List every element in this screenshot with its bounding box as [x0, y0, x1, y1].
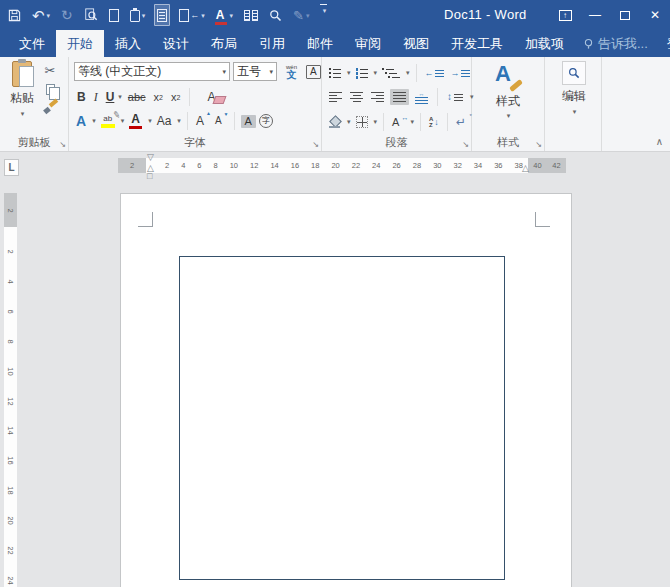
font-size-dropdown-icon[interactable]: ▾: [269, 68, 273, 76]
borders-icon[interactable]: [354, 115, 370, 129]
shading-dropdown-icon[interactable]: ▾: [347, 118, 351, 126]
increase-indent-icon[interactable]: →: [449, 68, 472, 79]
bold-button[interactable]: B: [75, 90, 88, 104]
italic-button[interactable]: I: [92, 90, 100, 104]
sign-in-button[interactable]: 登录: [656, 30, 670, 57]
asian-layout-icon[interactable]: A↔: [390, 116, 406, 129]
maximize-button[interactable]: [610, 0, 640, 30]
reading-view-icon-active[interactable]: [154, 4, 170, 26]
shrink-font-icon[interactable]: A▼: [213, 115, 228, 127]
font-color-dropdown-icon[interactable]: ▾: [148, 117, 152, 125]
align-center-icon[interactable]: [348, 91, 365, 103]
first-line-indent-marker[interactable]: ▽: [147, 153, 154, 162]
minimize-button[interactable]: —: [580, 0, 610, 30]
bullets-dropdown-icon[interactable]: ▾: [347, 69, 351, 77]
enclose-characters-icon[interactable]: 字: [259, 114, 273, 128]
paste-icon[interactable]: ▾: [128, 4, 148, 26]
multilevel-dropdown-icon[interactable]: ▾: [406, 69, 410, 77]
undo-button[interactable]: ↶▾: [30, 4, 52, 26]
change-case-button[interactable]: Aa: [155, 114, 174, 128]
side-by-side-icon[interactable]: [242, 4, 260, 26]
rectangle-shape[interactable]: [179, 256, 505, 580]
strikethrough-button[interactable]: abc: [126, 91, 148, 104]
editing-dropdown-icon[interactable]: ▾: [573, 108, 577, 116]
tab-view[interactable]: 视图: [392, 30, 440, 57]
left-indent-marker[interactable]: □: [147, 172, 152, 181]
tab-mailings[interactable]: 邮件: [296, 30, 344, 57]
justify-icon-selected[interactable]: [390, 89, 409, 105]
sort-icon[interactable]: AZ ↓: [427, 115, 441, 129]
line-spacing-icon[interactable]: ↕: [445, 91, 465, 103]
tab-layout[interactable]: 布局: [200, 30, 248, 57]
undo-dropdown-icon[interactable]: ▾: [47, 12, 51, 19]
tab-insert[interactable]: 插入: [104, 30, 152, 57]
bullets-icon[interactable]: [327, 67, 343, 79]
page-setup-icon[interactable]: ←▾: [177, 4, 207, 26]
superscript-button[interactable]: x2: [169, 91, 182, 104]
shading-icon[interactable]: [327, 115, 343, 129]
character-border-icon[interactable]: A: [306, 65, 321, 79]
tab-review[interactable]: 审阅: [344, 30, 392, 57]
text-effects-dropdown-icon[interactable]: ▾: [92, 117, 96, 125]
tab-addins[interactable]: 加载项: [514, 30, 575, 57]
font-dialog-launcher-icon[interactable]: ↘: [312, 141, 319, 149]
styles-dialog-launcher-icon[interactable]: ↘: [535, 141, 542, 149]
copy-icon[interactable]: [46, 84, 55, 95]
font-color-qat-icon[interactable]: A▾: [214, 4, 235, 26]
paragraph-dialog-launcher-icon[interactable]: ↘: [462, 141, 469, 149]
align-left-icon[interactable]: [327, 91, 344, 103]
asian-layout-dropdown-icon[interactable]: ▾: [410, 118, 414, 126]
phonetic-guide-icon[interactable]: wén 文: [284, 63, 299, 81]
font-name-combobox[interactable]: 等线 (中文正文) ▾: [74, 62, 230, 81]
show-hide-marks-icon[interactable]: ↵*: [454, 115, 468, 129]
collapse-ribbon-icon[interactable]: ∧: [656, 137, 663, 147]
font-color-button[interactable]: A: [127, 112, 144, 130]
clear-formatting-icon[interactable]: A: [205, 90, 223, 104]
search-icon[interactable]: [267, 4, 284, 26]
align-right-icon[interactable]: [369, 91, 386, 103]
grow-font-icon[interactable]: A▲: [194, 114, 210, 128]
styles-dropdown-icon[interactable]: ▾: [507, 112, 511, 120]
text-highlight-icon[interactable]: ab ✎: [99, 114, 117, 129]
distribute-icon[interactable]: ↔: [413, 90, 430, 105]
font-name-dropdown-icon[interactable]: ▾: [222, 68, 226, 76]
tell-me-box[interactable]: 告诉我...: [575, 30, 656, 57]
underline-dropdown-icon[interactable]: ▾: [118, 93, 122, 101]
close-button[interactable]: ✕: [640, 0, 670, 30]
font-size-combobox[interactable]: 五号 ▾: [233, 62, 277, 81]
tab-references[interactable]: 引用: [248, 30, 296, 57]
tab-developer[interactable]: 开发工具: [440, 30, 514, 57]
right-indent-marker[interactable]: △: [522, 164, 529, 173]
tab-stop-selector[interactable]: L: [4, 159, 19, 176]
numbering-dropdown-icon[interactable]: ▾: [374, 69, 378, 77]
paste-button[interactable]: 粘贴 ▾: [5, 61, 39, 135]
save-icon[interactable]: [6, 4, 23, 26]
numbering-icon[interactable]: [354, 67, 370, 79]
text-highlight-dropdown-icon[interactable]: ▾: [121, 117, 125, 125]
cut-icon[interactable]: ✂: [45, 63, 56, 78]
multilevel-list-icon[interactable]: [380, 67, 402, 79]
subscript-button[interactable]: x2: [152, 91, 165, 104]
paste-split-dropdown-icon[interactable]: ▾: [21, 110, 25, 118]
clipboard-dialog-launcher-icon[interactable]: ↘: [59, 141, 66, 149]
change-case-dropdown-icon[interactable]: ▾: [177, 117, 181, 125]
format-painter-icon[interactable]: [43, 101, 57, 115]
customize-qat-icon[interactable]: ▾: [318, 4, 329, 26]
text-effects-icon[interactable]: A: [74, 113, 88, 129]
borders-dropdown-icon[interactable]: ▾: [374, 118, 378, 126]
decrease-indent-icon[interactable]: ←: [423, 68, 446, 79]
font-color-qat-dropdown-icon[interactable]: ▾: [230, 12, 234, 19]
ribbon-display-options-button[interactable]: ↑: [550, 0, 580, 30]
tab-design[interactable]: 设计: [152, 30, 200, 57]
document-page[interactable]: [120, 193, 572, 587]
character-shading-icon[interactable]: A: [241, 115, 256, 128]
new-document-icon[interactable]: [107, 4, 121, 26]
print-preview-icon[interactable]: [82, 4, 100, 26]
editing-button[interactable]: 编辑 ▾: [554, 61, 594, 139]
page-setup-dropdown-icon[interactable]: ▾: [201, 12, 205, 19]
tab-home[interactable]: 开始: [56, 30, 104, 57]
tab-file[interactable]: 文件: [8, 30, 56, 57]
styles-button[interactable]: A 样式 ▾: [480, 61, 536, 133]
paste-dropdown-icon[interactable]: ▾: [142, 12, 146, 19]
underline-button[interactable]: U: [104, 90, 117, 104]
